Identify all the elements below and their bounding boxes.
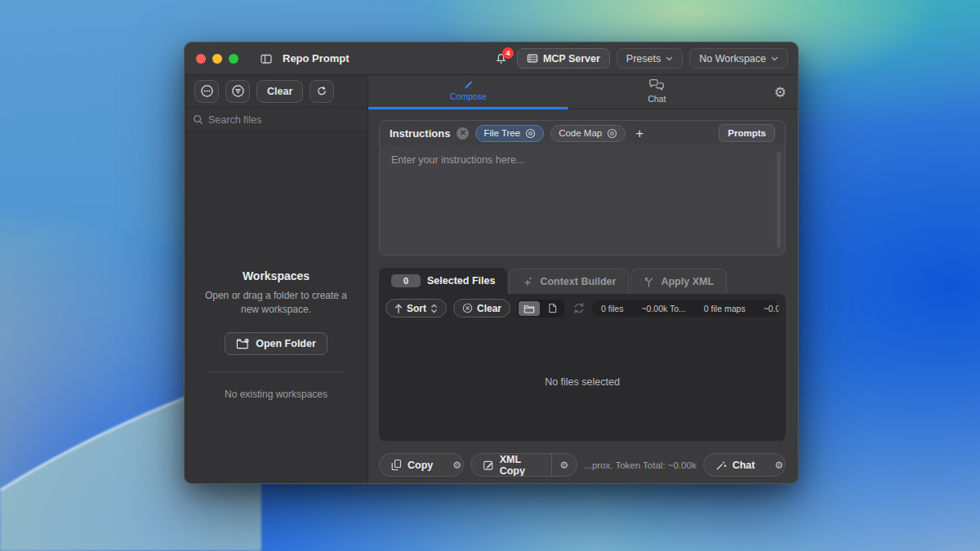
compose-footer: Copy ⚙ XML bbox=[379, 453, 786, 477]
merge-branch-icon bbox=[644, 277, 654, 287]
document-icon bbox=[548, 303, 557, 313]
xml-copy-settings-gear-icon[interactable]: ⚙ bbox=[552, 454, 577, 476]
files-stats-bar: 0 files ~0.00k To... 0 file maps ~0.00k … bbox=[592, 300, 779, 317]
workspace-dropdown[interactable]: No Workspace bbox=[689, 48, 788, 69]
search-icon bbox=[193, 114, 203, 125]
folder-plus-icon bbox=[236, 338, 250, 349]
copy-button-group: Copy ⚙ bbox=[379, 453, 464, 477]
filter-button[interactable] bbox=[225, 80, 250, 103]
chevron-up-down-icon bbox=[430, 304, 438, 313]
selected-count-badge: 0 bbox=[391, 274, 421, 287]
workspaces-description: Open or drag a folder to create a new wo… bbox=[198, 289, 354, 318]
clear-selection-button[interactable]: Clear bbox=[453, 299, 510, 318]
notifications-bell-icon[interactable]: 4 bbox=[495, 52, 507, 65]
scope-icon[interactable] bbox=[525, 128, 536, 139]
stat-file-tokens: ~0.00k To... bbox=[632, 304, 694, 313]
server-icon bbox=[527, 53, 538, 64]
auto-refresh-icon[interactable] bbox=[572, 302, 586, 314]
sidebar-toggle-icon[interactable] bbox=[260, 52, 273, 65]
tab-selected-files[interactable]: 0 Selected Files bbox=[379, 268, 507, 294]
wand-sparkles-icon bbox=[715, 460, 727, 471]
instructions-panel: Instructions ✕ File Tree Code Map bbox=[379, 120, 786, 256]
minimize-window-button[interactable] bbox=[212, 54, 222, 64]
sidebar: Clear Workspaces bbox=[185, 75, 368, 483]
stat-files: 0 files bbox=[592, 304, 632, 313]
chevron-down-icon bbox=[666, 56, 673, 61]
refresh-button[interactable] bbox=[310, 80, 334, 103]
more-options-button[interactable] bbox=[194, 80, 219, 103]
tab-apply-xml[interactable]: Apply XML bbox=[630, 269, 727, 294]
ellipsis-circle-icon bbox=[200, 84, 214, 98]
x-circle-icon bbox=[462, 303, 473, 313]
window-title: Repo Prompt bbox=[283, 52, 350, 64]
mode-tabbar: Compose Chat ⚙ bbox=[368, 75, 798, 109]
refresh-icon bbox=[316, 85, 327, 97]
sidebar-clear-button[interactable]: Clear bbox=[256, 80, 303, 103]
pencil-icon bbox=[462, 78, 474, 89]
instructions-editor bbox=[380, 145, 785, 255]
xml-copy-button-group: XML Copy ⚙ bbox=[470, 453, 578, 477]
traffic-lights bbox=[196, 54, 238, 64]
mcp-server-button[interactable]: MCP Server bbox=[517, 48, 610, 69]
zoom-window-button[interactable] bbox=[229, 54, 238, 64]
filter-circle-icon bbox=[231, 84, 245, 98]
chip-file-tree[interactable]: File Tree bbox=[475, 125, 544, 142]
notification-badge: 4 bbox=[502, 47, 514, 59]
tab-compose[interactable]: Compose bbox=[368, 78, 568, 101]
file-view-button[interactable] bbox=[541, 301, 563, 316]
view-mode-segmented-control bbox=[517, 300, 564, 318]
chat-button[interactable]: Chat bbox=[704, 454, 767, 476]
files-tabbar: 0 Selected Files Context Builder bbox=[379, 268, 786, 294]
divider bbox=[206, 371, 346, 372]
tab-context-builder[interactable]: Context Builder bbox=[509, 269, 629, 294]
selected-files-panel: Sort bbox=[379, 294, 786, 441]
open-folder-button[interactable]: Open Folder bbox=[225, 332, 327, 355]
folder-icon bbox=[523, 304, 535, 313]
search-row bbox=[185, 108, 368, 132]
chat-button-group: Chat ⚙ bbox=[703, 453, 786, 477]
chat-settings-gear-icon[interactable]: ⚙ bbox=[766, 454, 786, 476]
scrollbar[interactable] bbox=[777, 152, 781, 248]
sparkle-plus-icon bbox=[522, 276, 533, 287]
main-panel: Compose Chat ⚙ bbox=[368, 75, 798, 483]
titlebar: Repo Prompt 4 MCP Server bbox=[185, 42, 798, 75]
chevron-down-icon bbox=[771, 56, 778, 61]
instructions-header: Instructions ✕ File Tree Code Map bbox=[380, 121, 785, 145]
instructions-textarea[interactable] bbox=[380, 145, 785, 255]
arrow-up-icon bbox=[394, 304, 403, 313]
presets-dropdown[interactable]: Presets bbox=[617, 48, 683, 69]
instructions-label: Instructions bbox=[390, 127, 450, 140]
sort-button[interactable]: Sort bbox=[385, 299, 447, 318]
no-workspaces-label: No existing workspaces bbox=[198, 389, 354, 400]
copy-settings-gear-icon[interactable]: ⚙ bbox=[444, 454, 463, 476]
token-total-label: ...prox. Token Total: ~0.00k bbox=[584, 460, 696, 470]
add-chip-button[interactable]: + bbox=[632, 127, 647, 140]
copy-button[interactable]: Copy bbox=[380, 454, 444, 476]
active-tab-underline bbox=[368, 107, 568, 109]
files-toolbar: Sort bbox=[379, 294, 786, 318]
sidebar-toolbar: Clear bbox=[185, 75, 368, 108]
search-input[interactable] bbox=[208, 114, 359, 126]
scope-icon[interactable] bbox=[607, 128, 617, 139]
xml-copy-button[interactable]: XML Copy bbox=[471, 454, 551, 476]
edit-square-icon bbox=[483, 460, 494, 471]
copy-icon bbox=[391, 459, 402, 471]
prompts-button[interactable]: Prompts bbox=[719, 124, 775, 142]
workspaces-heading: Workspaces bbox=[198, 269, 354, 282]
clear-instructions-icon[interactable]: ✕ bbox=[457, 127, 469, 140]
sidebar-content: Workspaces Open or drag a folder to crea… bbox=[185, 132, 368, 483]
tab-chat[interactable]: Chat bbox=[568, 78, 746, 104]
close-window-button[interactable] bbox=[196, 54, 206, 64]
workspaces-empty-state: Workspaces Open or drag a folder to crea… bbox=[185, 269, 368, 400]
no-files-selected-label: No files selected bbox=[379, 318, 786, 441]
stat-file-maps: 0 file maps bbox=[695, 304, 755, 313]
compose-content: Instructions ✕ File Tree Code Map bbox=[368, 109, 798, 483]
stat-map-tokens: ~0.00k tok... bbox=[755, 304, 779, 313]
settings-gear-icon[interactable]: ⚙ bbox=[774, 85, 786, 99]
chat-bubbles-icon bbox=[648, 78, 665, 91]
chip-code-map[interactable]: Code Map bbox=[550, 125, 626, 142]
folder-view-button[interactable] bbox=[519, 301, 540, 316]
app-window: Repo Prompt 4 MCP Server bbox=[184, 42, 799, 484]
